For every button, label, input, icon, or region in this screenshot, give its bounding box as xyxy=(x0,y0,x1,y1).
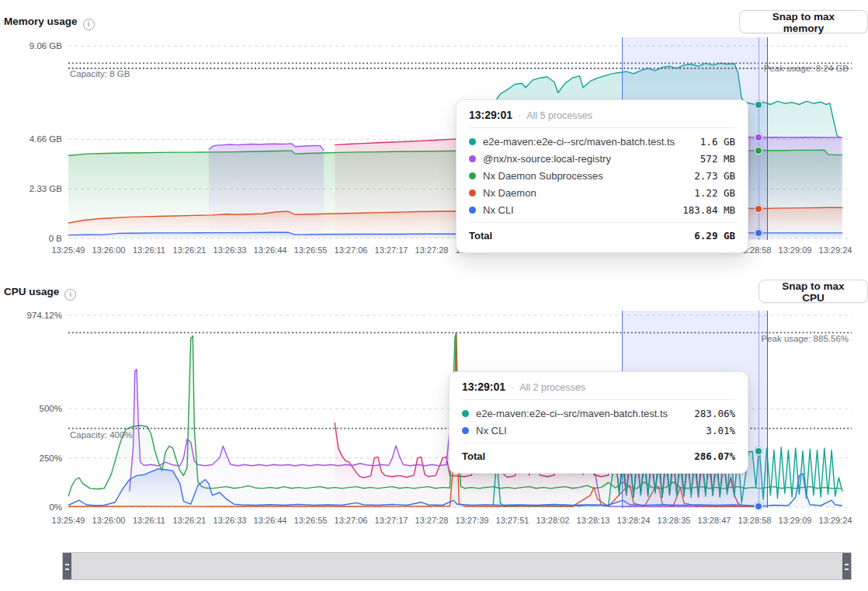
process-value: 572 MB xyxy=(700,153,735,165)
brush-handle-right[interactable] xyxy=(842,553,851,579)
total-label: Total xyxy=(462,450,694,462)
cpu-capacity-label: Capacity: 400% xyxy=(70,430,133,440)
process-value: 183.84 MB xyxy=(682,204,735,216)
tooltip-header: 13:29:01·All 2 processes xyxy=(462,381,735,400)
memory-x-tick-label: 13:29:24 xyxy=(811,245,859,255)
tooltip-header: 13:29:01·All 5 processes xyxy=(469,109,735,128)
memory-usage-title-text: Memory usage xyxy=(4,16,78,27)
cpu-usage-title-text: CPU usage xyxy=(4,286,59,297)
cpu-hover-dot xyxy=(755,448,762,454)
process-color-dot-icon xyxy=(469,189,476,196)
brush-grip-icon xyxy=(65,564,69,570)
tooltip-process-row: Nx CLI183.84 MB xyxy=(469,201,735,218)
process-name: e2e-maven:e2e-ci--src/maven-batch.test.t… xyxy=(476,408,694,419)
total-value: 6.29 GB xyxy=(694,230,735,242)
memory-y-tick-label: 2.33 GB xyxy=(0,184,62,193)
process-name: @nx/nx-source:local-registry xyxy=(483,153,700,165)
hover-line-cpu xyxy=(759,311,759,508)
process-name: Nx Daemon xyxy=(483,187,694,199)
process-color-dot-icon xyxy=(462,410,469,417)
total-label: Total xyxy=(469,230,694,242)
dot-separator: · xyxy=(511,382,514,393)
tooltip-time: 13:29:01 xyxy=(469,109,512,121)
info-icon[interactable]: i xyxy=(83,19,95,30)
memory-hover-dot xyxy=(755,134,762,141)
snap-to-max-memory-button[interactable]: Snap to max memory xyxy=(739,10,868,33)
process-value: 1.6 GB xyxy=(700,136,735,148)
process-color-dot-icon xyxy=(462,427,469,434)
process-value: 2.73 GB xyxy=(694,170,735,182)
cpu-y-tick-label: 0% xyxy=(0,502,62,512)
process-name: Nx Daemon Subprocesses xyxy=(483,170,694,182)
tooltip-process-row: @nx/nx-source:local-registry572 MB xyxy=(469,150,735,167)
memory-y-tick-label: 9.06 GB xyxy=(0,41,62,50)
memory-y-tick-label: 0 B xyxy=(0,234,62,243)
cpu-hover-dot xyxy=(755,503,762,509)
tooltip-total-row: Total6.29 GB xyxy=(469,222,735,245)
memory-hover-dot xyxy=(755,148,762,154)
brush-handle-left[interactable] xyxy=(63,553,71,579)
cpu-peak-label: Peak usage: 885.56% xyxy=(761,334,849,343)
memory-hover-dot xyxy=(755,102,762,108)
memory-usage-title: Memory usagei xyxy=(4,16,95,30)
memory-tooltip: 13:29:01·All 5 processese2e-maven:e2e-ci… xyxy=(456,99,748,253)
process-name: Nx CLI xyxy=(483,204,682,216)
tooltip-process-row: Nx Daemon1.22 GB xyxy=(469,184,735,201)
process-name: e2e-maven:e2e-ci--src/maven-batch.test.t… xyxy=(483,136,700,148)
dot-separator: · xyxy=(518,110,521,121)
cpu-y-tick-label: 250% xyxy=(0,454,62,463)
process-color-dot-icon xyxy=(469,207,476,214)
process-color-dot-icon xyxy=(469,172,476,179)
tooltip-process-row: Nx CLI3.01% xyxy=(462,422,735,439)
tooltip-process-row: e2e-maven:e2e-ci--src/maven-batch.test.t… xyxy=(462,405,735,422)
cpu-x-tick-label: 13:29:24 xyxy=(811,516,859,525)
snap-to-max-cpu-button[interactable]: Snap to max CPU xyxy=(759,280,868,303)
total-value: 286.07% xyxy=(694,450,735,462)
tooltip-total-row: Total286.07% xyxy=(462,443,735,466)
memory-peak-label: Peak usage: 8.24 GB xyxy=(764,64,849,73)
tooltip-process-row: e2e-maven:e2e-ci--src/maven-batch.test.t… xyxy=(469,133,735,150)
cpu-y-tick-label: 974.12% xyxy=(0,311,62,320)
tooltip-subtitle: All 5 processes xyxy=(526,110,592,121)
tooltip-process-row: Nx Daemon Subprocesses2.73 GB xyxy=(469,167,735,184)
cpu-tooltip: 13:29:01·All 2 processese2e-maven:e2e-ci… xyxy=(449,371,748,474)
process-value: 283.06% xyxy=(694,408,735,419)
process-value: 3.01% xyxy=(706,425,735,436)
process-value: 1.22 GB xyxy=(694,187,735,199)
tooltip-subtitle: All 2 processes xyxy=(519,382,585,393)
process-name: Nx CLI xyxy=(476,425,706,436)
process-color-dot-icon xyxy=(469,155,476,162)
memory-capacity-label: Capacity: 8 GB xyxy=(70,69,130,78)
cpu-usage-title: CPU usagei xyxy=(4,286,76,301)
info-icon[interactable]: i xyxy=(64,289,76,301)
memory-hover-dot xyxy=(755,230,762,236)
memory-y-tick-label: 4.66 GB xyxy=(0,134,62,144)
memory-hover-dot xyxy=(755,206,762,212)
tooltip-time: 13:29:01 xyxy=(462,381,505,393)
process-color-dot-icon xyxy=(469,138,476,145)
time-range-brush[interactable] xyxy=(62,552,852,580)
brush-grip-icon xyxy=(845,564,849,570)
cpu-y-tick-label: 500% xyxy=(0,404,62,413)
